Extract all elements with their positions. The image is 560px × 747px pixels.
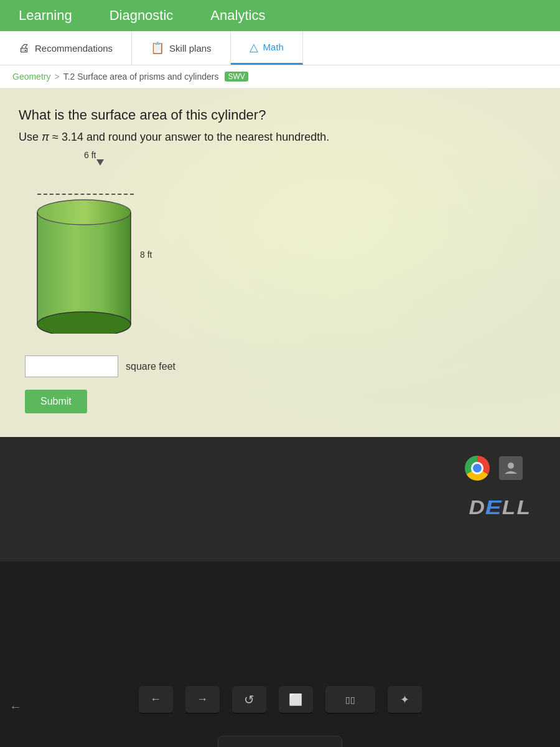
refresh-key-icon: ↺ [244,692,254,707]
list-icon: 📋 [151,41,164,55]
answer-section: square feet [25,355,541,377]
answer-unit: square feet [126,361,175,372]
radius-arrow [96,159,104,166]
answer-input[interactable] [25,355,118,377]
subnav-math[interactable]: △ Math [231,31,303,65]
brightness-key[interactable]: ✦ [388,686,422,714]
radius-label: 6 ft [84,150,96,160]
subnav-recommendations[interactable]: 🖨 Recommendations [0,31,132,65]
question-title: What is the surface area of this cylinde… [19,107,541,123]
back-key[interactable]: ← [139,686,173,714]
question-instruction: Use π ≈ 3.14 and round your answer to th… [19,131,541,144]
subnav-math-label: Math [263,42,284,52]
windows-key-icon: ▯▯ [345,695,355,705]
printer-icon: 🖨 [19,42,30,55]
brightness-key-icon: ✦ [400,693,409,707]
nav-analytics[interactable]: Analytics [204,4,271,27]
dell-logo: DELL [472,496,529,519]
breadcrumb-topic: T.2 Surface area of prisms and cylinders [63,72,219,82]
forward-key-icon: → [197,693,208,706]
back-key-icon: ← [150,693,161,706]
nav-keys-row: ← → ↺ ⬜ ▯▯ ✦ [0,677,560,723]
subnav-skill-plans[interactable]: 📋 Skill plans [132,31,231,65]
taskbar [465,456,523,481]
chrome-icon[interactable] [465,456,490,481]
cylinder-section: 6 ft [19,162,541,337]
triangle-icon: △ [250,40,258,54]
refresh-key[interactable]: ↺ [232,686,266,714]
nav-diagnostic[interactable]: Diagnostic [103,4,180,27]
laptop-bottom: DELL ← ← → ↺ ⬜ ▯▯ ✦ [0,437,560,747]
svg-point-2 [37,200,131,225]
nav-learning[interactable]: Learning [12,4,78,27]
svg-rect-0 [37,212,131,324]
cylinder-diagram: 6 ft [31,169,156,337]
submit-button[interactable]: Submit [25,390,87,413]
svg-point-6 [508,463,514,469]
forward-key[interactable]: → [185,686,220,714]
cylinder-svg [31,184,137,334]
main-content: What is the surface area of this cylinde… [0,88,560,437]
subnav-recommendations-label: Recommendations [35,43,113,54]
breadcrumb-separator: > [54,72,59,82]
breadcrumb-subject[interactable]: Geometry [12,72,50,82]
fullscreen-key[interactable]: ⬜ [279,686,313,714]
windows-key[interactable]: ▯▯ [325,686,375,714]
keyboard: ← ← → ↺ ⬜ ▯▯ ✦ [0,561,560,747]
user-icon[interactable] [499,456,523,480]
subnav-skill-plans-label: Skill plans [169,43,212,54]
touchpad[interactable] [218,736,342,747]
fullscreen-key-icon: ⬜ [289,693,302,707]
top-navigation: Learning Diagnostic Analytics [0,0,560,31]
breadcrumb-badge: SWV [225,72,248,82]
dell-logo-text: DELL [469,496,532,519]
height-label: 8 ft [140,250,152,260]
breadcrumb: Geometry > T.2 Surface area of prisms an… [0,65,560,88]
sub-navigation: 🖨 Recommendations 📋 Skill plans △ Math [0,31,560,65]
